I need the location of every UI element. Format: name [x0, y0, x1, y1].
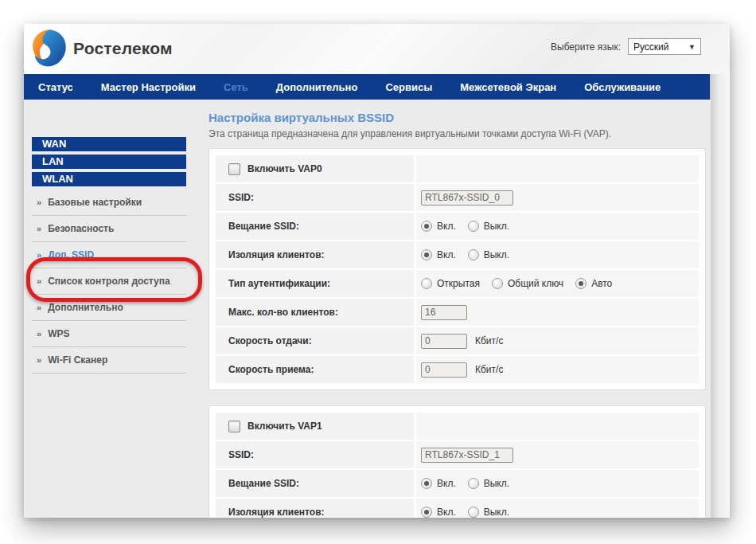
broadcast-ssid-vap1-radio[interactable]	[421, 478, 432, 489]
field-label-cell: Скорость отдачи:	[216, 327, 414, 354]
ssid-vap0-input[interactable]	[421, 190, 513, 205]
sidebar-item-label: Безопасность	[48, 223, 114, 234]
sidebar-item-label: Список контроля доступа	[48, 276, 170, 287]
field-label-cell: Скорость приема:	[216, 356, 414, 383]
enable-vap1-checkbox[interactable]	[228, 421, 240, 432]
radio-label: Вкл.	[437, 221, 456, 232]
radio-label: Выкл.	[484, 221, 509, 232]
nav-setup-wizard[interactable]: Мастер Настройки	[101, 81, 196, 93]
client-isolation-vap1-radio[interactable]	[468, 507, 479, 518]
field-value-cell	[416, 441, 699, 468]
language-selected-value: Русский	[633, 41, 669, 53]
nav-firewall[interactable]: Межсетевой Экран	[460, 81, 556, 93]
language-picker: Выберите язык: Русский ▼	[551, 38, 701, 55]
nav-services[interactable]: Сервисы	[385, 81, 432, 93]
field-label-cell: SSID:	[216, 441, 414, 468]
rx-rate-vap0-input[interactable]	[421, 362, 467, 378]
broadcast-ssid-vap1-radio[interactable]	[468, 478, 479, 489]
sidebar-item-label: Базовые настройки	[48, 197, 142, 208]
form-row: SSID:	[216, 184, 699, 211]
ssid-vap1-input[interactable]	[421, 448, 513, 463]
enable-vap0-checkbox[interactable]	[228, 163, 240, 175]
field-value-cell: Вкл.Выкл.	[416, 213, 699, 240]
main-navbar: Статус Мастер Настройки Сеть Дополнитель…	[24, 74, 711, 100]
auth-type-vap0-radio[interactable]	[575, 278, 586, 289]
arrow-icon: »	[37, 277, 41, 286]
field-value-cell	[416, 413, 699, 440]
field-label-cell: SSID:	[216, 184, 414, 211]
page-title: Настройка виртуальных BSSID	[208, 111, 706, 124]
sidebar-item-wifi-scanner[interactable]: » Wi-Fi Сканер	[32, 347, 186, 374]
field-value-cell: ОткрытаяОбщий ключАвто	[416, 270, 699, 297]
sidebar-item-basic-settings[interactable]: » Базовые настройки	[32, 190, 186, 216]
field-label: Изоляция клиентов:	[228, 249, 325, 260]
sidebar-item-security[interactable]: » Безопасность	[32, 216, 186, 242]
sidebar-item-advanced[interactable]: » Дополнительно	[32, 295, 186, 321]
nav-status[interactable]: Статус	[38, 81, 73, 93]
sidebar-item-access-control-list[interactable]: » Список контроля доступа	[32, 268, 186, 295]
field-value-cell: Кбит/с	[416, 327, 699, 354]
sidebar-item-label: WPS	[48, 328, 69, 339]
nav-advanced[interactable]: Дополнительно	[276, 81, 358, 93]
field-label-cell: Включить VAP1	[216, 413, 414, 440]
rostelecom-logo-icon	[31, 29, 68, 68]
dropdown-arrow-icon: ▼	[688, 43, 696, 51]
main-panel: Настройка виртуальных BSSID Эта страница…	[208, 111, 706, 518]
field-label-cell: Вещание SSID:	[216, 470, 414, 497]
max-clients-vap0-input[interactable]	[421, 305, 467, 320]
auth-type-vap0-radio[interactable]	[421, 278, 432, 289]
field-label: Макс. кол-во клиентов:	[228, 307, 338, 318]
arrow-icon: »	[37, 225, 41, 233]
field-value-cell: Вкл.Выкл.	[416, 470, 699, 497]
sidebar-item-label: Wi-Fi Сканер	[48, 354, 107, 366]
client-isolation-vap0-radio[interactable]	[468, 249, 479, 260]
field-label: Включить VAP1	[247, 421, 322, 432]
field-label: Вещание SSID:	[228, 478, 299, 489]
form-row: Скорость отдачи:Кбит/с	[216, 327, 699, 354]
arrow-icon: »	[37, 330, 41, 339]
language-select[interactable]: Русский ▼	[628, 38, 701, 55]
form-row: Вещание SSID:Вкл.Выкл.	[216, 470, 699, 497]
sidebar-item-wps[interactable]: » WPS	[32, 321, 186, 347]
form-row: SSID:	[216, 441, 699, 468]
nav-maintenance[interactable]: Обслуживание	[584, 81, 661, 93]
auth-type-vap0-radio[interactable]	[492, 278, 503, 289]
radio-label: Выкл.	[484, 507, 509, 518]
field-value-cell: Кбит/с	[416, 356, 699, 383]
nav-network[interactable]: Сеть	[224, 81, 248, 93]
field-label-cell: Включить VAP0	[216, 155, 414, 182]
client-isolation-vap1-radio[interactable]	[421, 507, 432, 518]
sidebar-menu: » Базовые настройки » Безопасность » Доп…	[32, 190, 186, 374]
form-row: Включить VAP1	[216, 413, 699, 440]
field-label: Включить VAP0	[247, 163, 322, 174]
page-subtitle: Эта страница предназначена для управлени…	[208, 128, 706, 139]
broadcast-ssid-vap0-radio[interactable]	[421, 221, 432, 232]
sidebar-section-wan[interactable]: WAN	[32, 137, 186, 151]
field-value-cell	[416, 299, 699, 326]
client-isolation-vap0-radio[interactable]	[421, 249, 432, 260]
scrollbar-track[interactable]	[710, 74, 730, 518]
field-label: Скорость отдачи:	[228, 335, 312, 346]
sidebar-section-wlan[interactable]: WLAN	[32, 172, 186, 186]
field-label: SSID:	[228, 449, 254, 460]
broadcast-ssid-vap0-radio[interactable]	[468, 221, 479, 232]
vap0-form: Включить VAP0SSID:Вещание SSID:Вкл.Выкл.…	[208, 148, 706, 390]
sidebar-item-additional-ssid[interactable]: » Доп. SSID	[32, 242, 186, 268]
radio-label: Выкл.	[484, 478, 509, 489]
rostelecom-logo: Ростелеком	[31, 29, 173, 68]
form-row: Скорость приема:Кбит/с	[216, 356, 699, 383]
field-label-cell: Макс. кол-во клиентов:	[216, 299, 414, 326]
unit-label: Кбит/с	[475, 335, 503, 346]
form-row: Макс. кол-во клиентов:	[216, 299, 699, 326]
field-label-cell: Изоляция клиентов:	[216, 499, 414, 518]
arrow-icon: »	[37, 356, 41, 365]
vap1-form: Включить VAP1SSID:Вещание SSID:Вкл.Выкл.…	[208, 405, 706, 518]
page-header: Ростелеком Выберите язык: Русский ▼	[24, 24, 730, 74]
tx-rate-vap0-input[interactable]	[421, 334, 467, 349]
sidebar-section-lan[interactable]: LAN	[32, 155, 186, 169]
arrow-icon: »	[37, 198, 41, 207]
radio-label: Вкл.	[437, 507, 456, 518]
brand-name: Ростелеком	[73, 39, 173, 58]
field-value-cell	[416, 155, 699, 182]
field-label: Тип аутентификации:	[228, 278, 330, 289]
